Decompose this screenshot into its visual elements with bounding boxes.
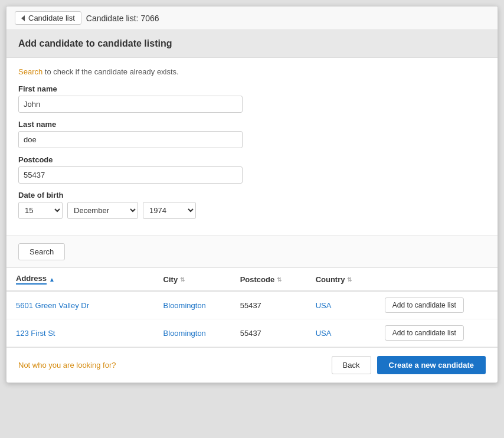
row2-country-link[interactable]: USA — [316, 329, 332, 338]
last-name-group: Last name — [18, 120, 486, 148]
dob-year-select[interactable]: 1974 1970197119721973 1975197619771978 1… — [143, 202, 196, 219]
row1-address-link[interactable]: 5601 Green Valley Dr — [16, 301, 89, 310]
row1-action: Add to candidate list — [375, 291, 498, 319]
search-button[interactable]: Search — [18, 243, 65, 260]
row1-postcode: 55437 — [231, 291, 306, 319]
country-sort-icon: ⇅ — [347, 276, 352, 283]
row1-address: 5601 Green Valley Dr — [6, 291, 154, 319]
breadcrumb-back-button[interactable]: Candidate list — [15, 11, 81, 25]
country-col-label: Country — [316, 275, 345, 284]
search-button-area: Search — [6, 236, 498, 268]
row2-city: Bloomington — [154, 319, 231, 347]
col-header-city[interactable]: City ⇅ — [154, 268, 231, 291]
table-row: 5601 Green Valley Dr Bloomington 55437 U… — [6, 291, 498, 319]
col-header-action — [375, 268, 498, 291]
first-name-group: First name — [18, 84, 486, 113]
create-candidate-button[interactable]: Create a new candidate — [377, 356, 486, 374]
arrow-up-icon: ▲ — [49, 276, 55, 283]
not-found-text: Not who you are looking for? — [18, 361, 116, 370]
main-content: Add candidate to candidate listing Searc… — [6, 30, 498, 383]
row2-country: USA — [306, 319, 375, 347]
row2-city-link[interactable]: Bloomington — [163, 329, 206, 338]
first-name-input[interactable] — [18, 96, 243, 113]
postcode-col-label: Postcode — [240, 275, 275, 284]
row2-address-link[interactable]: 123 First St — [16, 329, 55, 338]
col-header-postcode[interactable]: Postcode ⇅ — [231, 268, 306, 291]
row2-add-candidate-button[interactable]: Add to candidate list — [385, 325, 464, 341]
address-sort-icon: ▲ — [49, 276, 55, 283]
dob-row: 15 12345 678910 11121314 1617181920 2122… — [18, 202, 486, 219]
row1-add-candidate-button[interactable]: Add to candidate list — [385, 298, 464, 313]
city-col-label: City — [163, 275, 178, 284]
footer-buttons: Back Create a new candidate — [332, 356, 486, 374]
dob-label: Date of birth — [18, 191, 486, 200]
row1-city-link[interactable]: Bloomington — [163, 301, 206, 310]
first-name-label: First name — [18, 84, 486, 93]
row1-city: Bloomington — [154, 291, 231, 319]
city-sort-icon: ⇅ — [180, 276, 185, 283]
row2-postcode: 55437 — [231, 319, 306, 347]
row1-country: USA — [306, 291, 375, 319]
table-row: 123 First St Bloomington 55437 USA Add t… — [6, 319, 498, 347]
breadcrumb-back-label: Candidate list — [28, 14, 75, 22]
row2-action: Add to candidate list — [375, 319, 498, 347]
postcode-input[interactable] — [18, 166, 243, 184]
address-col-label: Address — [16, 274, 47, 285]
main-window: Candidate list Candidate list: 7066 Add … — [6, 6, 498, 383]
form-area: Search to check if the candidate already… — [6, 58, 498, 236]
breadcrumb-current: Candidate list: 7066 — [86, 14, 159, 23]
postcode-sort-icon: ⇅ — [277, 276, 282, 283]
section-header: Add candidate to candidate listing — [6, 30, 498, 58]
instructions-text: to check if the candidate already exists… — [45, 67, 179, 76]
dob-month-select[interactable]: December JanuaryFebruaryMarchApril MayJu… — [67, 202, 138, 219]
postcode-label: Postcode — [18, 155, 486, 164]
back-button[interactable]: Back — [332, 356, 371, 374]
footer-area: Not who you are looking for? Back Create… — [6, 348, 498, 383]
row2-address: 123 First St — [6, 319, 154, 347]
last-name-label: Last name — [18, 120, 486, 129]
last-name-input[interactable] — [18, 131, 243, 148]
dob-day-select[interactable]: 15 12345 678910 11121314 1617181920 2122… — [18, 202, 63, 219]
results-table: Address ▲ City ⇅ — [6, 268, 498, 347]
breadcrumb-bar: Candidate list Candidate list: 7066 — [6, 6, 498, 30]
postcode-group: Postcode — [18, 155, 486, 184]
row1-country-link[interactable]: USA — [316, 301, 332, 310]
col-header-address[interactable]: Address ▲ — [6, 268, 154, 291]
dob-group: Date of birth 15 12345 678910 11121314 1… — [18, 191, 486, 219]
search-link[interactable]: Search — [18, 67, 42, 76]
col-header-country[interactable]: Country ⇅ — [306, 268, 375, 291]
table-header-row: Address ▲ City ⇅ — [6, 268, 498, 291]
section-title: Add candidate to candidate listing — [18, 38, 486, 49]
form-instructions: Search to check if the candidate already… — [18, 67, 486, 76]
results-area: Address ▲ City ⇅ — [6, 268, 498, 348]
chevron-left-icon — [21, 15, 25, 21]
